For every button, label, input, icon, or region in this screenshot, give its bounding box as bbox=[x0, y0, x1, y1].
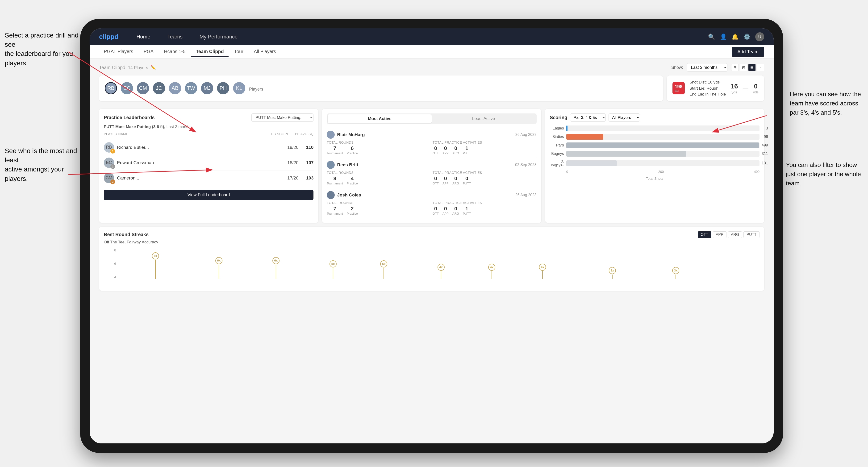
sub-nav-hcaps[interactable]: Hcaps 1-5 bbox=[159, 47, 190, 57]
bar-container-birdies: 96 bbox=[566, 134, 760, 139]
lb-header: PLAYER NAME PB SCORE PB AVG SQ bbox=[104, 132, 313, 138]
scoring-card: Scoring Par 3, 4 & 5s All Players Eagles bbox=[545, 109, 764, 223]
sub-nav-pga[interactable]: PGA bbox=[139, 47, 158, 57]
tablet-frame: clippd Home Teams My Performance 🔍 👤 🔔 ⚙… bbox=[80, 19, 783, 453]
lb-row-1: RB 1 Richard Butler... 19/20 110 bbox=[104, 140, 313, 155]
edit-icon[interactable]: ✏️ bbox=[151, 65, 156, 70]
shot-badge: 198 SC bbox=[673, 82, 685, 94]
settings-icon[interactable]: ⚙️ bbox=[743, 33, 750, 40]
bar-val-bogeys: 311 bbox=[762, 152, 768, 156]
lb-name-2: Edward Crossman bbox=[117, 160, 284, 165]
bar-container-pars: 499 bbox=[566, 143, 760, 148]
least-active-tab[interactable]: Least Active bbox=[432, 115, 536, 123]
bar-row-bogeys: Bogeys 311 bbox=[550, 151, 760, 157]
scoring-filter-par[interactable]: Par 3, 4 & 5s bbox=[570, 114, 606, 122]
player-avatar-1[interactable]: RB bbox=[105, 82, 117, 94]
streak-dot-7: 4x bbox=[488, 264, 495, 279]
leaderboard-subtitle: PUTT Must Make Putting (3-6 ft), Last 3 … bbox=[104, 125, 313, 129]
avatar[interactable]: U bbox=[755, 32, 764, 41]
nav-item-teams[interactable]: Teams bbox=[163, 32, 186, 42]
view-full-leaderboard-button[interactable]: View Full Leaderboard bbox=[104, 190, 313, 200]
putt-col-3: 1 PUTT bbox=[463, 206, 471, 215]
add-team-button[interactable]: Add Team bbox=[732, 47, 764, 57]
player-avatar-4[interactable]: JC bbox=[153, 82, 165, 94]
lb-avatar-3: CM 3 bbox=[104, 173, 114, 183]
player-avatar-5[interactable]: AB bbox=[169, 82, 181, 94]
bar-label-eagles: Eagles bbox=[550, 126, 564, 130]
nav-bar: clippd Home Teams My Performance 🔍 👤 🔔 ⚙… bbox=[90, 28, 774, 45]
ott-col-1: 0 OTT bbox=[433, 145, 439, 155]
annotation-right-bottom: You can also filter to showjust one play… bbox=[786, 160, 861, 188]
app-col-3: 0 APP bbox=[442, 206, 448, 215]
pa-name-2: Rees Britt bbox=[327, 161, 358, 169]
player-avatar-3[interactable]: CM bbox=[137, 82, 149, 94]
streaks-title: Best Round Streaks bbox=[104, 232, 149, 237]
rank-badge-3: 3 bbox=[111, 180, 115, 184]
bar-val-birdies: 96 bbox=[764, 135, 768, 139]
show-select[interactable]: Last 3 months Last 6 months Last year bbox=[687, 63, 727, 72]
player-activity-2: Rees Britt 02 Sep 2023 Total Rounds 8 bbox=[327, 158, 536, 188]
scoring-filter-players[interactable]: All Players bbox=[609, 114, 640, 122]
show-label: Show: bbox=[671, 65, 683, 70]
pa-stats-3: Total Rounds 7 Tournament 2 Practice bbox=[327, 201, 536, 215]
streak-line-10 bbox=[676, 275, 676, 279]
arg-button[interactable]: ARG bbox=[728, 231, 742, 238]
sub-nav-all-players[interactable]: All Players bbox=[249, 47, 281, 57]
activities-cols-1: 0 OTT 0 APP 0 ARG bbox=[433, 145, 536, 155]
practice-col-2: 4 Practice bbox=[347, 176, 358, 185]
player-avatar-2[interactable]: EC bbox=[121, 82, 133, 94]
grid-small-icon[interactable]: ⊞ bbox=[731, 64, 739, 71]
app-button[interactable]: APP bbox=[713, 231, 726, 238]
shot-divider: — bbox=[743, 85, 748, 92]
list-icon[interactable]: ☰ bbox=[748, 64, 756, 71]
total-rounds-group-1: Total Rounds 7 Tournament 6 Practice bbox=[327, 141, 431, 155]
streak-label-3: 6x bbox=[272, 257, 280, 264]
pa-date-2: 02 Sep 2023 bbox=[515, 163, 536, 167]
filter-icon[interactable]: ⊧ bbox=[757, 64, 764, 71]
grid-large-icon[interactable]: ⊟ bbox=[740, 64, 747, 71]
player-avatar-7[interactable]: MJ bbox=[201, 82, 213, 94]
team-title: Team Clippd 14 Players bbox=[99, 65, 148, 70]
pa-stats-2: Total Rounds 8 Tournament 4 Practice bbox=[327, 171, 536, 185]
rank-badge-1: 1 bbox=[111, 149, 115, 154]
shot-numbers: 16 yds — 0 yds bbox=[731, 83, 759, 94]
app-col-1: 0 APP bbox=[442, 145, 448, 155]
most-active-tab[interactable]: Most Active bbox=[328, 115, 432, 123]
bar-val-pars: 499 bbox=[762, 143, 768, 148]
bar-fill-eagles bbox=[566, 125, 567, 131]
team-header: Team Clippd 14 Players ✏️ Show: Last 3 m… bbox=[99, 63, 764, 72]
annotation-left-bottom: See who is the most and leastactive amon… bbox=[5, 146, 80, 183]
practice-activities-label-1: Total Practice Activities bbox=[433, 141, 536, 144]
bar-label-birdies: Birdies bbox=[550, 135, 564, 139]
streak-line-5 bbox=[383, 268, 384, 279]
player-avatar-6[interactable]: TW bbox=[185, 82, 197, 94]
pa-date-3: 26 Aug 2023 bbox=[516, 193, 536, 197]
lb-score-1: 19/20 bbox=[287, 145, 299, 150]
nav-item-home[interactable]: Home bbox=[132, 32, 154, 42]
streaks-card: Best Round Streaks OTT APP ARG PUTT Off … bbox=[99, 227, 764, 291]
rounds-cols-3: 7 Tournament 2 Practice bbox=[327, 206, 431, 215]
player-activity-1: Blair McHarg 26 Aug 2023 Total Rounds 7 bbox=[327, 128, 536, 158]
people-icon[interactable]: 👤 bbox=[720, 33, 727, 40]
arg-col-2: 0 ARG bbox=[453, 176, 459, 185]
arg-col-3: 0 ARG bbox=[453, 206, 459, 215]
search-icon[interactable]: 🔍 bbox=[708, 33, 715, 40]
ott-button[interactable]: OTT bbox=[698, 231, 711, 238]
practice-leaderboards-card: Practice Leaderboards PUTT Must Make Put… bbox=[99, 109, 318, 223]
sub-nav-tour[interactable]: Tour bbox=[229, 47, 248, 57]
sub-nav-team-clippd[interactable]: Team Clippd bbox=[191, 47, 228, 57]
sub-nav-pgat[interactable]: PGAT Players bbox=[99, 47, 138, 57]
y-axis: 8 6 4 bbox=[108, 248, 118, 279]
putt-button[interactable]: PUTT bbox=[743, 231, 760, 238]
nav-item-performance[interactable]: My Performance bbox=[196, 32, 241, 42]
player-avatar-8[interactable]: PH bbox=[217, 82, 229, 94]
bell-icon[interactable]: 🔔 bbox=[732, 33, 739, 40]
pa-avatar-2 bbox=[327, 161, 335, 169]
x-axis-labels: 0 200 400 bbox=[550, 170, 760, 174]
streak-dot-4: 5x bbox=[330, 260, 337, 279]
lb-avatar-1: RB 1 bbox=[104, 142, 114, 153]
practice-col-1: 6 Practice bbox=[347, 145, 358, 155]
player-avatar-9[interactable]: KL bbox=[233, 82, 245, 94]
leaderboard-filter[interactable]: PUTT Must Make Putting... bbox=[251, 114, 313, 122]
bar-row-dbogeys: D. Bogeys+ 131 bbox=[550, 159, 760, 167]
